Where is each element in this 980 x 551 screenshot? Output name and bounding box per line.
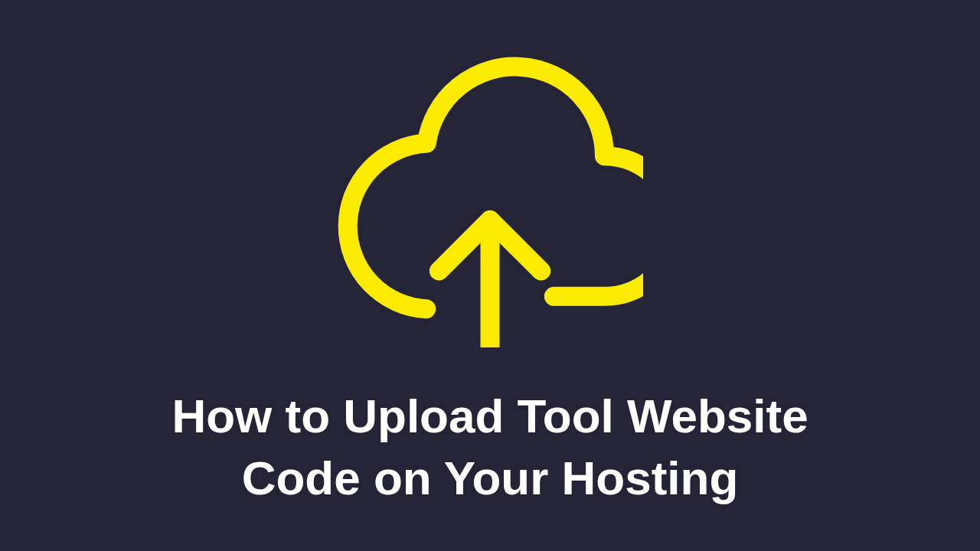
cloud-upload-icon [337,41,643,347]
title-line-1: How to Upload Tool Website [172,390,808,442]
page-title: How to Upload Tool Website Code on Your … [172,386,808,509]
title-line-2: Code on Your Hosting [242,452,739,504]
